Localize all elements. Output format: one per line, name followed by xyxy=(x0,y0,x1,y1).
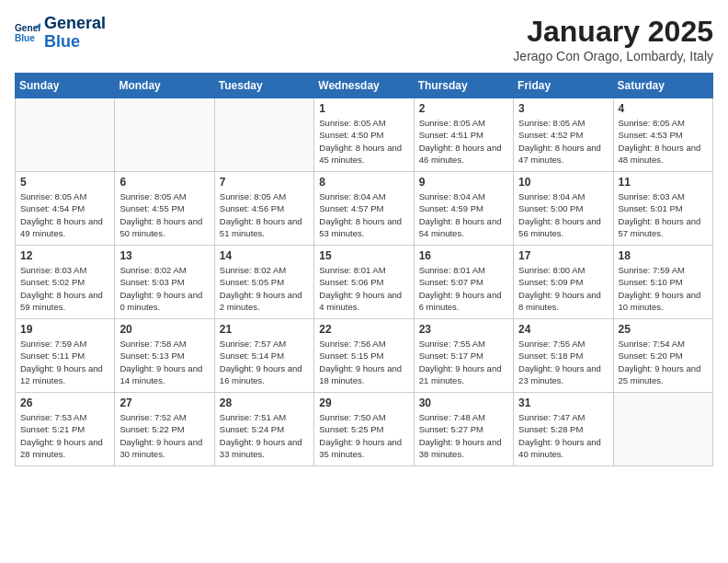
day-info: Sunrise: 7:56 AM Sunset: 5:15 PM Dayligh… xyxy=(319,338,408,386)
calendar-cell: 23 Sunrise: 7:55 AM Sunset: 5:17 PM Dayl… xyxy=(414,319,513,393)
sunset: Sunset: 5:15 PM xyxy=(319,350,383,361)
sunset: Sunset: 5:13 PM xyxy=(119,350,184,361)
calendar-cell: 10 Sunrise: 8:04 AM Sunset: 5:00 PM Dayl… xyxy=(514,172,613,246)
calendar-cell: 13 Sunrise: 8:02 AM Sunset: 5:03 PM Dayl… xyxy=(115,246,214,319)
daylight: Daylight: 8 hours and 56 minutes. xyxy=(518,216,601,238)
day-info: Sunrise: 7:47 AM Sunset: 5:28 PM Dayligh… xyxy=(518,411,608,460)
sunset: Sunset: 5:03 PM xyxy=(119,277,184,287)
day-number: 23 xyxy=(419,323,508,336)
weekday-header-tuesday: Tuesday xyxy=(214,74,313,98)
calendar-cell xyxy=(613,393,712,466)
sunrise: Sunrise: 8:05 AM xyxy=(619,118,685,128)
day-info: Sunrise: 7:57 AM Sunset: 5:14 PM Dayligh… xyxy=(220,338,309,386)
title-area: January 2025 Jerago Con Orago, Lombardy,… xyxy=(513,15,713,63)
sunset: Sunset: 5:25 PM xyxy=(319,424,383,434)
daylight: Daylight: 9 hours and 35 minutes. xyxy=(319,437,402,459)
calendar-cell: 1 Sunrise: 8:05 AM Sunset: 4:50 PM Dayli… xyxy=(314,98,414,172)
day-info: Sunrise: 7:54 AM Sunset: 5:20 PM Dayligh… xyxy=(619,338,708,386)
daylight: Daylight: 9 hours and 18 minutes. xyxy=(319,363,402,385)
day-number: 11 xyxy=(619,176,708,189)
day-number: 12 xyxy=(20,249,109,262)
sunset: Sunset: 5:01 PM xyxy=(619,203,683,213)
day-number: 25 xyxy=(619,323,708,336)
sunset: Sunset: 5:20 PM xyxy=(619,350,683,361)
sunrise: Sunrise: 7:53 AM xyxy=(20,412,86,422)
sunrise: Sunrise: 8:05 AM xyxy=(119,191,186,201)
day-number: 20 xyxy=(119,323,209,336)
day-info: Sunrise: 7:48 AM Sunset: 5:27 PM Dayligh… xyxy=(419,411,508,460)
calendar-cell: 8 Sunrise: 8:04 AM Sunset: 4:57 PM Dayli… xyxy=(314,172,414,246)
calendar-cell: 3 Sunrise: 8:05 AM Sunset: 4:52 PM Dayli… xyxy=(514,98,613,172)
sunrise: Sunrise: 8:02 AM xyxy=(119,265,186,275)
day-number: 5 xyxy=(20,176,109,189)
day-info: Sunrise: 8:05 AM Sunset: 4:51 PM Dayligh… xyxy=(419,117,508,166)
sunset: Sunset: 4:57 PM xyxy=(319,203,383,213)
calendar-cell: 5 Sunrise: 8:05 AM Sunset: 4:54 PM Dayli… xyxy=(16,172,115,246)
calendar-cell: 11 Sunrise: 8:03 AM Sunset: 5:01 PM Dayl… xyxy=(613,172,712,246)
sunrise: Sunrise: 8:05 AM xyxy=(518,118,585,128)
sunrise: Sunrise: 7:50 AM xyxy=(319,412,385,422)
calendar-table: SundayMondayTuesdayWednesdayThursdayFrid… xyxy=(15,73,713,466)
calendar-week-2: 12 Sunrise: 8:03 AM Sunset: 5:02 PM Dayl… xyxy=(16,246,713,319)
day-info: Sunrise: 8:03 AM Sunset: 5:01 PM Dayligh… xyxy=(619,190,708,239)
calendar-week-1: 5 Sunrise: 8:05 AM Sunset: 4:54 PM Dayli… xyxy=(16,172,713,246)
daylight: Daylight: 8 hours and 46 minutes. xyxy=(419,143,502,165)
day-info: Sunrise: 7:50 AM Sunset: 5:25 PM Dayligh… xyxy=(319,411,408,460)
day-info: Sunrise: 8:05 AM Sunset: 4:55 PM Dayligh… xyxy=(119,190,209,239)
sunrise: Sunrise: 8:04 AM xyxy=(419,191,485,201)
sunset: Sunset: 5:17 PM xyxy=(419,350,483,361)
calendar-cell: 19 Sunrise: 7:59 AM Sunset: 5:11 PM Dayl… xyxy=(16,319,115,393)
day-info: Sunrise: 7:55 AM Sunset: 5:18 PM Dayligh… xyxy=(518,338,608,386)
logo-line2: Blue xyxy=(44,33,106,52)
sunset: Sunset: 5:18 PM xyxy=(518,350,583,361)
day-number: 16 xyxy=(419,249,508,262)
day-number: 7 xyxy=(220,176,309,189)
sunrise: Sunrise: 7:47 AM xyxy=(518,412,585,422)
sunrise: Sunrise: 7:52 AM xyxy=(119,412,186,422)
sunset: Sunset: 5:24 PM xyxy=(220,424,284,434)
calendar-cell: 29 Sunrise: 7:50 AM Sunset: 5:25 PM Dayl… xyxy=(314,393,414,466)
day-info: Sunrise: 8:04 AM Sunset: 4:57 PM Dayligh… xyxy=(319,190,408,239)
daylight: Daylight: 9 hours and 14 minutes. xyxy=(119,363,202,385)
calendar-cell: 15 Sunrise: 8:01 AM Sunset: 5:06 PM Dayl… xyxy=(314,246,414,319)
sunrise: Sunrise: 7:51 AM xyxy=(220,412,286,422)
weekday-header-sunday: Sunday xyxy=(16,74,115,98)
calendar-cell: 18 Sunrise: 7:59 AM Sunset: 5:10 PM Dayl… xyxy=(613,246,712,319)
calendar-cell: 20 Sunrise: 7:58 AM Sunset: 5:13 PM Dayl… xyxy=(115,319,214,393)
sunset: Sunset: 5:27 PM xyxy=(419,424,483,434)
logo-line1: General xyxy=(44,15,106,33)
daylight: Daylight: 8 hours and 53 minutes. xyxy=(319,216,402,238)
daylight: Daylight: 8 hours and 57 minutes. xyxy=(619,216,701,238)
sunset: Sunset: 4:56 PM xyxy=(220,203,284,213)
calendar-cell xyxy=(214,98,313,172)
sunset: Sunset: 5:10 PM xyxy=(619,277,683,287)
daylight: Daylight: 9 hours and 33 minutes. xyxy=(220,437,302,459)
calendar-cell: 21 Sunrise: 7:57 AM Sunset: 5:14 PM Dayl… xyxy=(214,319,313,393)
daylight: Daylight: 9 hours and 23 minutes. xyxy=(518,363,601,385)
day-number: 18 xyxy=(619,249,708,262)
header: General Blue General Blue January 2025 J… xyxy=(15,15,713,63)
sunset: Sunset: 4:52 PM xyxy=(518,130,583,140)
daylight: Daylight: 9 hours and 4 minutes. xyxy=(319,290,402,312)
calendar-cell xyxy=(16,98,115,172)
sunrise: Sunrise: 8:00 AM xyxy=(518,265,585,275)
day-info: Sunrise: 7:51 AM Sunset: 5:24 PM Dayligh… xyxy=(220,411,309,460)
calendar-cell: 4 Sunrise: 8:05 AM Sunset: 4:53 PM Dayli… xyxy=(613,98,712,172)
day-number: 2 xyxy=(419,102,508,115)
day-number: 22 xyxy=(319,323,408,336)
day-number: 10 xyxy=(518,176,608,189)
sunset: Sunset: 5:14 PM xyxy=(220,350,284,361)
day-number: 29 xyxy=(319,396,408,409)
day-info: Sunrise: 8:01 AM Sunset: 5:07 PM Dayligh… xyxy=(419,264,508,313)
day-info: Sunrise: 7:58 AM Sunset: 5:13 PM Dayligh… xyxy=(119,338,209,386)
sunrise: Sunrise: 8:05 AM xyxy=(20,191,86,201)
calendar-week-0: 1 Sunrise: 8:05 AM Sunset: 4:50 PM Dayli… xyxy=(16,98,713,172)
sunrise: Sunrise: 7:59 AM xyxy=(619,265,685,275)
calendar-body: 1 Sunrise: 8:05 AM Sunset: 4:50 PM Dayli… xyxy=(16,98,713,466)
calendar-cell xyxy=(115,98,214,172)
daylight: Daylight: 9 hours and 38 minutes. xyxy=(419,437,502,459)
daylight: Daylight: 9 hours and 12 minutes. xyxy=(20,363,103,385)
svg-text:General: General xyxy=(15,23,40,33)
daylight: Daylight: 8 hours and 51 minutes. xyxy=(220,216,302,238)
day-number: 15 xyxy=(319,249,408,262)
